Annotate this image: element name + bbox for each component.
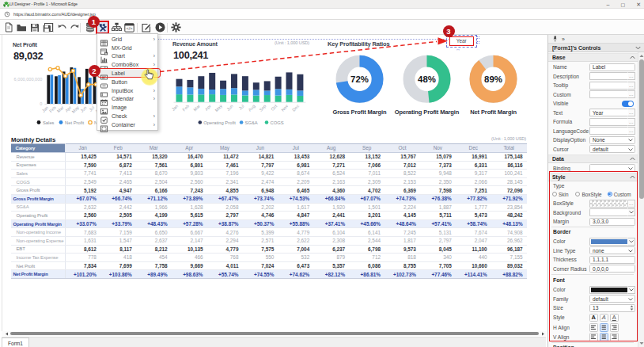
chevron-down-icon[interactable] xyxy=(635,46,641,50)
spinner-arrows[interactable] xyxy=(630,305,634,311)
name-input[interactable]: Label xyxy=(589,63,635,71)
sitemap-button[interactable] xyxy=(111,21,123,33)
section-header-base[interactable]: Base xyxy=(548,53,638,62)
color-dropdown-button[interactable] xyxy=(628,238,635,246)
pin-icon[interactable] xyxy=(552,36,558,42)
tooltip-input[interactable] xyxy=(589,82,628,90)
underline-button[interactable]: A xyxy=(610,314,619,322)
h-align-center-button[interactable] xyxy=(600,323,608,332)
displayoption-select[interactable]: None xyxy=(589,136,635,144)
year-label-control[interactable]: Year xyxy=(449,36,474,46)
close-button[interactable]: ✕ xyxy=(636,2,641,8)
edit-button[interactable] xyxy=(141,21,153,33)
save-button[interactable] xyxy=(29,21,41,33)
v-align-start-button[interactable] xyxy=(589,333,598,341)
horizontal-scroll-thumb[interactable] xyxy=(10,332,539,336)
scroll-right-icon[interactable] xyxy=(541,332,545,336)
new-document-button[interactable] xyxy=(3,21,15,33)
panel-header[interactable]: [Form1]'s Controls xyxy=(548,44,644,52)
h-align-end-button[interactable] xyxy=(610,323,619,332)
background-color-swatch[interactable] xyxy=(591,210,627,215)
designer-canvas[interactable]: Net Profit 89,032 06,000,000,000JanFebMa… xyxy=(2,35,546,331)
corner-radius-input[interactable]: 0,0,0,0 xyxy=(589,265,635,273)
spin-up-icon[interactable] xyxy=(630,305,634,307)
run-button[interactable] xyxy=(154,21,166,33)
menu-item-image[interactable]: Image xyxy=(97,103,157,112)
radio-boxstyle[interactable]: BoxStyle xyxy=(575,192,601,197)
collapse-panel-icon[interactable]: » xyxy=(562,36,565,42)
menu-item-check[interactable]: Check› xyxy=(97,112,157,120)
scroll-left-icon[interactable] xyxy=(5,332,9,336)
color-color-swatch[interactable] xyxy=(591,288,627,292)
menu-item-container[interactable]: Container› xyxy=(97,120,157,129)
form1-tab[interactable]: Form1 xyxy=(2,337,29,347)
tooltip-ellipsis-button[interactable]: … xyxy=(628,82,635,90)
chevron-up-icon[interactable] xyxy=(630,55,635,59)
selection-handle-icon[interactable] xyxy=(477,41,479,44)
visible-toggle[interactable] xyxy=(622,101,634,107)
selection-move-icon[interactable]: ↔ xyxy=(456,47,460,51)
family-select[interactable]: default xyxy=(589,295,635,303)
color-dropdown-button[interactable] xyxy=(628,286,635,294)
menu-item-inputbox[interactable]: InputBox› xyxy=(97,86,157,95)
url-text[interactable]: https://aud.bimatrix.com/AUD/designer.js… xyxy=(13,12,96,17)
open-folder-button[interactable] xyxy=(16,21,28,33)
menu-item-grid[interactable]: Grid› xyxy=(97,35,157,44)
v-align-center-button[interactable] xyxy=(600,333,608,341)
boxstyle-ellipsis-button[interactable]: … xyxy=(628,200,635,208)
menu-item-calendar[interactable]: Calendar› xyxy=(97,95,157,104)
scroll-down-icon[interactable] xyxy=(639,341,644,345)
menu-item-chart[interactable]: Chart› xyxy=(97,52,157,61)
table-cell: 7,159 xyxy=(100,228,136,237)
text-input[interactable]: Year xyxy=(589,109,628,116)
site-info-icon[interactable] xyxy=(4,11,10,17)
custom-ellipsis-button[interactable]: … xyxy=(628,90,635,98)
table-header-cell: May xyxy=(207,143,243,153)
color-color-swatch[interactable] xyxy=(591,239,627,244)
v-align-end-button[interactable] xyxy=(610,333,619,341)
submenu-arrow-icon: › xyxy=(153,122,155,128)
custom-input[interactable] xyxy=(589,90,628,98)
formula-input[interactable] xyxy=(589,118,628,126)
selection-handle-icon[interactable] xyxy=(477,36,479,39)
chevron-up-icon[interactable] xyxy=(630,157,635,161)
minimize-button[interactable]: – xyxy=(607,2,610,7)
script-window-button[interactable]: </> xyxy=(123,21,135,33)
italic-button[interactable]: A xyxy=(600,314,608,322)
description-ellipsis-button[interactable]: … xyxy=(628,72,635,80)
canvas-horizontal-scrollbar[interactable] xyxy=(2,331,546,336)
scroll-up-icon[interactable] xyxy=(639,54,644,58)
chevron-up-icon[interactable] xyxy=(630,175,635,179)
radio-custom[interactable]: Custom xyxy=(608,192,631,197)
size-spinner[interactable]: 13 xyxy=(589,304,635,312)
languagecode-input[interactable] xyxy=(589,127,628,135)
save-all-button[interactable] xyxy=(42,21,54,33)
thickness-input[interactable]: 1,1,1,1 xyxy=(589,256,635,264)
boxstyle-swatch[interactable] xyxy=(589,200,628,208)
line-type-select[interactable]: none xyxy=(589,246,635,254)
binding-select[interactable] xyxy=(589,164,635,172)
spin-down-icon[interactable] xyxy=(630,308,634,311)
description-input[interactable] xyxy=(589,72,628,80)
table-cell: 26,962 xyxy=(491,236,527,245)
radio-skin[interactable]: Skin xyxy=(552,192,568,197)
undo-button[interactable] xyxy=(56,21,68,33)
cursor-select[interactable]: default xyxy=(589,145,635,153)
languagecode-ellipsis-button[interactable]: … xyxy=(628,127,635,135)
monthly-details-table[interactable]: CategoryJanFebMarAprMayJunJulAugSepOctNo… xyxy=(11,143,527,279)
panel-vertical-scrollbar[interactable] xyxy=(638,52,644,347)
background-dropdown-button[interactable] xyxy=(628,208,635,216)
text-ellipsis-button[interactable]: … xyxy=(628,109,635,116)
settings-button[interactable] xyxy=(170,21,182,33)
margin-input[interactable]: 3,0,3,0 xyxy=(589,218,635,226)
vertical-scroll-thumb[interactable] xyxy=(639,59,644,199)
section-header-data[interactable]: Data xyxy=(548,154,638,163)
bold-button[interactable]: A xyxy=(589,314,598,322)
redo-button[interactable] xyxy=(69,21,81,33)
table-cell: 2,066 xyxy=(456,177,491,186)
menu-item-mx-grid[interactable]: MX-Grid xyxy=(97,44,157,52)
section-header-style[interactable]: Style xyxy=(548,173,638,181)
h-align-start-button[interactable] xyxy=(589,323,598,332)
maximize-button[interactable]: ▢ xyxy=(620,2,625,7)
formula-ellipsis-button[interactable]: … xyxy=(628,118,635,126)
